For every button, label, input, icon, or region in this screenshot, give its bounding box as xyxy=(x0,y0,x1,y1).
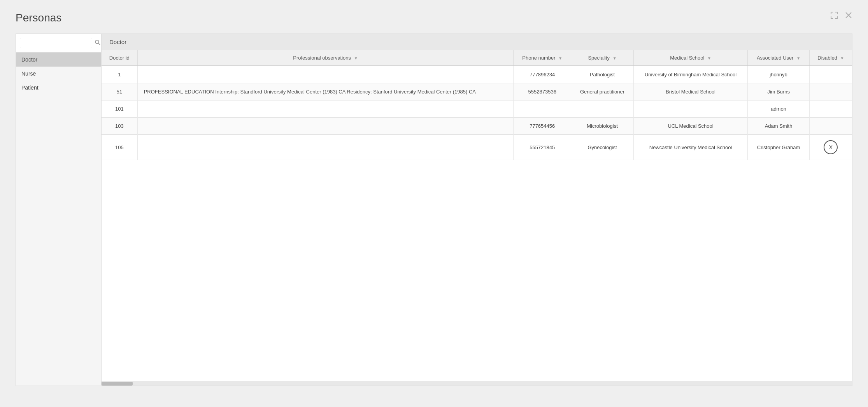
col-label-phone-number: Phone number xyxy=(522,55,555,61)
horizontal-scrollbar[interactable] xyxy=(102,381,852,386)
cell-medical-school: University of Birmingham Medical School xyxy=(633,66,748,83)
table-row: 1 777896234 Pathologist University of Bi… xyxy=(102,66,852,83)
col-header-phone-number: Phone number ▼ xyxy=(514,50,571,66)
col-header-doctor-id: Doctor id xyxy=(102,50,137,66)
cell-speciality: Microbiologist xyxy=(571,118,633,135)
cell-medical-school xyxy=(633,100,748,118)
section-header: Doctor xyxy=(102,34,852,50)
sidebar-item-nurse[interactable]: Nurse xyxy=(16,67,101,81)
main-layout: Doctor Nurse Patient Doctor Doctor id xyxy=(16,33,852,386)
filter-icon-speciality[interactable]: ▼ xyxy=(613,56,617,60)
col-header-disabled: Disabled ▼ xyxy=(809,50,852,66)
col-header-speciality: Speciality ▼ xyxy=(571,50,633,66)
cell-associated-user: Cristopher Graham xyxy=(748,135,809,160)
filter-icon-medical-school[interactable]: ▼ xyxy=(707,56,711,60)
search-input[interactable] xyxy=(20,38,92,48)
cell-medical-school: Bristol Medical School xyxy=(633,83,748,100)
cell-medical-school: UCL Medical School xyxy=(633,118,748,135)
cell-doctor-id: 105 xyxy=(102,135,137,160)
cell-doctor-id: 103 xyxy=(102,118,137,135)
table-row: 51 PROFESSIONAL EDUCATION Internship: St… xyxy=(102,83,852,100)
col-header-professional-observations: Professional observations ▼ xyxy=(137,50,514,66)
page-container: Personas xyxy=(0,0,868,407)
table-header-row: Doctor id Professional observations ▼ Ph… xyxy=(102,50,852,66)
search-icon xyxy=(95,39,101,47)
cell-professional-observations xyxy=(137,118,514,135)
page-title: Personas xyxy=(16,12,852,24)
table-row: 105 555721845 Gynecologist Newcastle Uni… xyxy=(102,135,852,160)
cell-professional-observations xyxy=(137,66,514,83)
cell-associated-user: Jim Burns xyxy=(748,83,809,100)
cell-phone-number: 777654456 xyxy=(514,118,571,135)
cell-professional-observations: PROFESSIONAL EDUCATION Internship: Stand… xyxy=(137,83,514,100)
cell-doctor-id: 51 xyxy=(102,83,137,100)
close-button[interactable] xyxy=(845,11,852,19)
col-header-medical-school: Medical School ▼ xyxy=(633,50,748,66)
cell-speciality: General practitioner xyxy=(571,83,633,100)
col-label-medical-school: Medical School xyxy=(670,55,704,61)
content-area: Doctor Doctor id Professional observatio… xyxy=(101,33,852,386)
col-label-professional-observations: Professional observations xyxy=(293,55,351,61)
sidebar-item-doctor[interactable]: Doctor xyxy=(16,53,101,67)
cell-speciality: Gynecologist xyxy=(571,135,633,160)
col-header-associated-user: Associated User ▼ xyxy=(748,50,809,66)
cell-doctor-id: 101 xyxy=(102,100,137,118)
cell-phone-number: 555721845 xyxy=(514,135,571,160)
cell-associated-user: Adam Smith xyxy=(748,118,809,135)
cell-associated-user: admon xyxy=(748,100,809,118)
cell-disabled xyxy=(809,100,852,118)
col-label-associated-user: Associated User xyxy=(757,55,794,61)
sidebar: Doctor Nurse Patient xyxy=(16,33,101,386)
cell-speciality xyxy=(571,100,633,118)
cell-disabled[interactable]: X xyxy=(809,135,852,160)
filter-icon-disabled[interactable]: ▼ xyxy=(840,56,844,60)
svg-point-2 xyxy=(95,40,99,44)
cell-doctor-id: 1 xyxy=(102,66,137,83)
table-wrapper[interactable]: Doctor id Professional observations ▼ Ph… xyxy=(102,50,852,381)
filter-icon-phone-number[interactable]: ▼ xyxy=(558,56,562,60)
top-right-icons xyxy=(830,11,852,19)
sidebar-item-patient[interactable]: Patient xyxy=(16,81,101,95)
cell-disabled xyxy=(809,118,852,135)
data-table: Doctor id Professional observations ▼ Ph… xyxy=(102,50,852,160)
col-label-disabled: Disabled xyxy=(817,55,837,61)
cell-medical-school: Newcastle University Medical School xyxy=(633,135,748,160)
col-label-doctor-id: Doctor id xyxy=(109,55,130,61)
table-row: 103 777654456 Microbiologist UCL Medical… xyxy=(102,118,852,135)
cell-speciality: Pathologist xyxy=(571,66,633,83)
cell-professional-observations xyxy=(137,135,514,160)
cell-associated-user: jhonnyb xyxy=(748,66,809,83)
cell-disabled xyxy=(809,66,852,83)
expand-button[interactable] xyxy=(830,11,838,19)
filter-icon-associated-user[interactable]: ▼ xyxy=(796,56,800,60)
col-label-speciality: Speciality xyxy=(588,55,610,61)
disabled-toggle-button[interactable]: X xyxy=(824,140,838,154)
svg-line-3 xyxy=(98,43,100,45)
sidebar-list: Doctor Nurse Patient xyxy=(16,53,101,95)
search-container xyxy=(16,34,101,53)
cell-disabled xyxy=(809,83,852,100)
table-body: 1 777896234 Pathologist University of Bi… xyxy=(102,66,852,160)
cell-phone-number: 5552873536 xyxy=(514,83,571,100)
cell-phone-number: 777896234 xyxy=(514,66,571,83)
table-row: 101 admon xyxy=(102,100,852,118)
cell-phone-number xyxy=(514,100,571,118)
horizontal-scroll-thumb[interactable] xyxy=(102,382,133,386)
filter-icon-professional-observations[interactable]: ▼ xyxy=(354,56,358,60)
cell-professional-observations xyxy=(137,100,514,118)
